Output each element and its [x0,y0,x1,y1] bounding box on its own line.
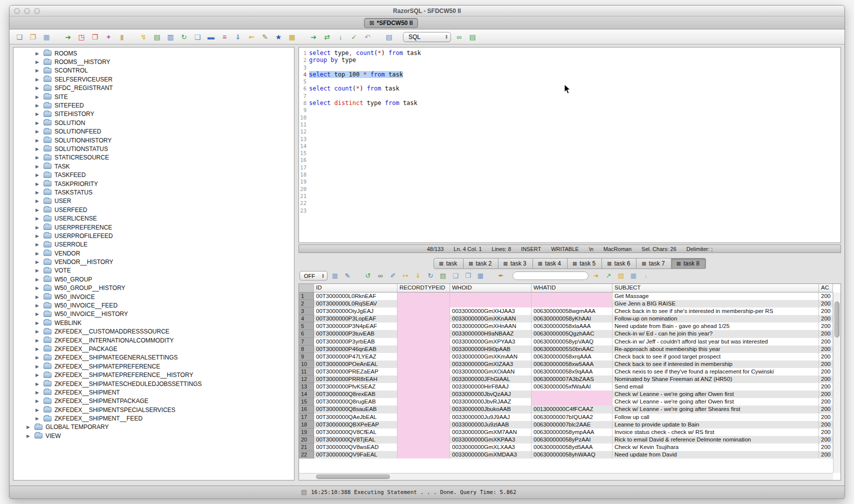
table-row[interactable]: 500T3000000P3N4pEAF0033000000GmXHnAAN006… [299,322,833,330]
cell[interactable]: Need update from David [612,451,819,458]
cell[interactable]: 00T3000000P3tuvEAB [314,330,398,338]
tree-item-w50-invoice-history[interactable]: ▶W50_INVOICE__HISTORY [14,310,294,318]
table-row[interactable]: 1100T3000000PREZaEAP0033000000GmXOiAAN00… [299,368,833,376]
tree-item-zkfedex-shipment-feed[interactable]: ▶ZKFEDEX__SHIPMENT__FEED [14,414,294,422]
cell[interactable]: 0033000000JFhGlAAL [450,376,532,383]
editor-line-9[interactable]: 9 [299,106,840,114]
cell[interactable]: 0033000000GmXHJAA3 [450,308,532,315]
cell[interactable]: 00T3000000QV9FaEAL [314,451,398,458]
cell[interactable]: 00T3000000PREZaEAP [314,368,398,376]
tree-item-user[interactable]: ▶USER [14,197,294,206]
cell[interactable] [450,300,532,308]
disclosure-triangle-icon[interactable]: ▶ [36,355,42,360]
view-results-icon[interactable]: ∞ [376,272,385,280]
cell[interactable]: 00T3000000L0RknEAF [314,292,398,300]
disclosure-triangle-icon[interactable]: ▶ [36,216,42,221]
edit-sql-icon[interactable]: ✎ [260,32,270,42]
cell[interactable] [398,383,450,390]
cell[interactable]: 00T3000000OiyJgEAJ [314,308,398,315]
cell[interactable]: Rick to email David & reference Delmonte… [612,436,819,444]
cell[interactable]: 200 [819,322,833,330]
horizontal-scrollbar-thumb[interactable] [316,474,390,479]
cell[interactable]: Send email [612,383,819,390]
tree-item-zkfedex-shipmatepreference-history[interactable]: ▶ZKFEDEX__SHIPMATEPREFERENCE__HISTORY [14,370,294,379]
cell[interactable]: Check back in to see if she's interested… [612,308,819,315]
disclosure-triangle-icon[interactable]: ▶ [36,94,42,100]
cell[interactable]: 006300000058xrqAAA [532,353,612,360]
cell[interactable]: 200 [819,308,833,315]
export-grid-icon[interactable]: ↗ [604,272,613,280]
go-arrow-icon[interactable]: ➔ [308,32,318,42]
cell[interactable]: Get Massage [612,292,819,300]
disclosure-triangle-icon[interactable]: ▶ [36,390,42,395]
disclosure-triangle-icon[interactable]: ▶ [36,198,42,204]
tree-item-userlicense[interactable]: ▶USERLICENSE [14,214,294,222]
cell[interactable]: 00T3000000P46qnEAB [314,346,398,353]
tree-item-zkfedex-shipmatescheduledjobssettings[interactable]: ▶ZKFEDEX__SHIPMATESCHEDULEDJOBSSETTINGS [14,380,294,388]
cell[interactable]: 200 [819,353,833,360]
disclosure-triangle-icon[interactable]: ▶ [36,155,42,160]
editor-line-6[interactable]: 6select count(*) from task [299,85,840,92]
cell[interactable]: 200 [819,292,833,300]
disclosure-triangle-icon[interactable]: ▶ [26,434,32,438]
cell[interactable] [398,414,450,421]
cell[interactable]: Check-in w/ Ed - can he join this year? [612,330,819,338]
tree-item-solutionfeed[interactable]: ▶SOLUTIONFEED [14,128,294,136]
cell[interactable]: 006300000058yPzAAI [532,436,612,444]
cell[interactable]: 200 [819,390,833,398]
results-grid-body[interactable]: IDRECORDTYPEIDWHOIDWHATIDSUBJECTAC100T30… [299,284,833,473]
cell[interactable]: 00630000005QgzhAAC [532,330,612,338]
statement-type-select[interactable]: SQL ▲▼ [403,32,451,42]
disclosure-triangle-icon[interactable]: ▶ [36,77,42,82]
cell[interactable]: 00T3000000POeAnEAL [314,360,398,368]
find-results-icon[interactable]: ∞ [454,32,464,42]
tree-item-sitefeed[interactable]: ▶SITEFEED [14,101,294,110]
cell[interactable]: Nominated by Shane Freeman at ANZ (HR50) [612,376,819,383]
cell[interactable]: Follow up call [612,414,819,421]
cell[interactable] [398,308,450,315]
cell[interactable]: 00T3000000QAeJbEAL [314,414,398,421]
disclosure-triangle-icon[interactable]: ▶ [36,164,42,169]
cell[interactable]: 0033000000GmXM7AAN [450,428,532,436]
cell[interactable] [398,398,450,406]
cell[interactable]: 200 [819,414,833,421]
table-row[interactable]: 1600T3000000Q8sauEAB0033000000JbukoAAB00… [299,406,833,413]
cell[interactable]: 200 [819,421,833,428]
column-header-ac[interactable]: AC [819,284,833,292]
tab-close-icon[interactable]: ⊠ [504,260,508,267]
disclosure-triangle-icon[interactable]: ▶ [36,268,42,273]
edit-cell-icon[interactable]: ✐ [388,272,398,280]
result-tab-task[interactable]: ⊠task [434,258,464,269]
title-bar[interactable]: RazorSQL - SFDCW50 II [10,6,844,16]
cell[interactable]: 00T3000000Q8sauEAB [314,406,398,413]
new-file-icon[interactable]: ❏ [14,32,24,42]
tree-item-userprofilefeed[interactable]: ▶USERPROFILEFEED [14,232,294,240]
edit-form-icon[interactable]: ▤ [152,32,162,42]
editor-line-12[interactable]: 12 [299,128,840,135]
tree-item-w50-invoice-feed[interactable]: ▶W50_INVOICE__FEED [14,301,294,310]
cell[interactable]: 0033000000JbukoAAB [450,406,532,413]
cell[interactable]: 006300000058yhWAAQ [532,451,612,458]
tree-item-weblink[interactable]: ▶WEBLINK [14,318,294,327]
tree-item-solutionhistory[interactable]: ▶SOLUTIONHISTORY [14,136,294,144]
cell[interactable]: 00T3000000PRR8rEAH [314,376,398,383]
next-match-icon[interactable]: ➔ [592,272,600,280]
tree-item-zkfedex-shipmategeneralsettings[interactable]: ▶ZKFEDEX__SHIPMATEGENERALSETTINGS [14,354,294,362]
column-header-subject[interactable]: SUBJECT [612,284,819,292]
tree-item-selfserviceuser[interactable]: ▶SELFSERVICEUSER [14,75,294,84]
tree-item-staticresource[interactable]: ▶STATICRESOURCE [14,154,294,162]
cell[interactable] [532,292,612,300]
disclosure-triangle-icon[interactable]: ▶ [36,60,42,64]
cell[interactable]: 00T3000000P3LopEAF [314,315,398,322]
cell[interactable] [398,315,450,322]
cell[interactable]: 00T3000000P47LYEAZ [314,353,398,360]
sort-descending-icon[interactable]: ⇓ [233,32,243,42]
cell[interactable]: 200 [819,436,833,444]
table-row[interactable]: 1800T3000000QBXPeEAP0033000000Ju9zlAAB00… [299,421,833,428]
table-row[interactable]: 1500T3000000Q8rugEAB0033000000JbvRJAAZCh… [299,398,833,406]
tree-item-zkfedex-internationalcommodity[interactable]: ▶ZKFEDEX__INTERNATIONALCOMMODITY [14,336,294,344]
cell[interactable]: Follow-up on nomination [612,315,819,322]
cell[interactable] [532,398,612,406]
tab-close-icon[interactable]: ⊠ [572,260,577,267]
cell[interactable]: 0033000000GmXMDAA3 [450,451,532,458]
